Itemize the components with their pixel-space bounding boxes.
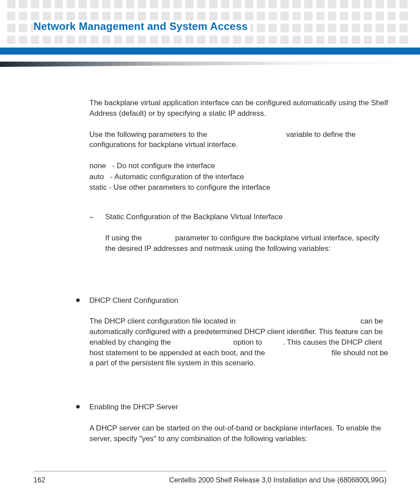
header-blue-bar <box>0 48 420 55</box>
page-title: Network Management and System Access <box>33 20 251 33</box>
para-use-a: Use the following parameters to the <box>89 130 209 139</box>
sub-para-static-a: If using the <box>105 234 144 242</box>
page-number: 162 <box>33 476 45 484</box>
b1-c: option to <box>231 338 264 346</box>
bullet-marker <box>74 295 89 379</box>
body-content: The backplane virtual application interf… <box>89 98 389 455</box>
sub-para-static-b: parameter to configure the backplane vir… <box>105 234 379 253</box>
param-static: static - Use other parameters to configu… <box>89 182 389 193</box>
bullet-dhcp-server: Enabling the DHCP Server A DHCP server c… <box>74 402 389 454</box>
para-intro: The backplane virtual application interf… <box>89 98 389 119</box>
bullet-dhcp-client: DHCP Client Configuration The DHCP clien… <box>74 295 389 379</box>
bullet-head-dhcp-server: Enabling the DHCP Server <box>89 402 389 412</box>
footer: 162 Centellis 2000 Shelf Release 3.0 Ins… <box>33 476 387 484</box>
sub-para-static: If using the parameter to configure the … <box>105 233 389 254</box>
b1-a: The DHCP client configuration file locat… <box>89 317 238 325</box>
bullet-head-dhcp-client: DHCP Client Configuration <box>89 295 389 306</box>
footer-rule <box>33 471 387 471</box>
header-gradient-line <box>0 62 420 67</box>
dash-marker: – <box>89 212 105 264</box>
para-use-parameters: Use the following parameters to the vari… <box>89 129 389 151</box>
sub-heading-static: Static Configuration of the Backplane Vi… <box>105 212 389 222</box>
bullet-para-dhcp-server: A DHCP server can be started on the out-… <box>89 423 389 444</box>
sub-static-config: – Static Configuration of the Backplane … <box>89 212 389 264</box>
param-none: none - Do not configure the interface <box>89 161 389 172</box>
param-auto: auto - Automatic configuration of the in… <box>89 172 389 183</box>
doc-title: Centellis 2000 Shelf Release 3.0 Install… <box>45 476 387 484</box>
bullet-marker <box>74 402 89 454</box>
bullet-para-dhcp-client: The DHCP client configuration file locat… <box>89 316 389 368</box>
